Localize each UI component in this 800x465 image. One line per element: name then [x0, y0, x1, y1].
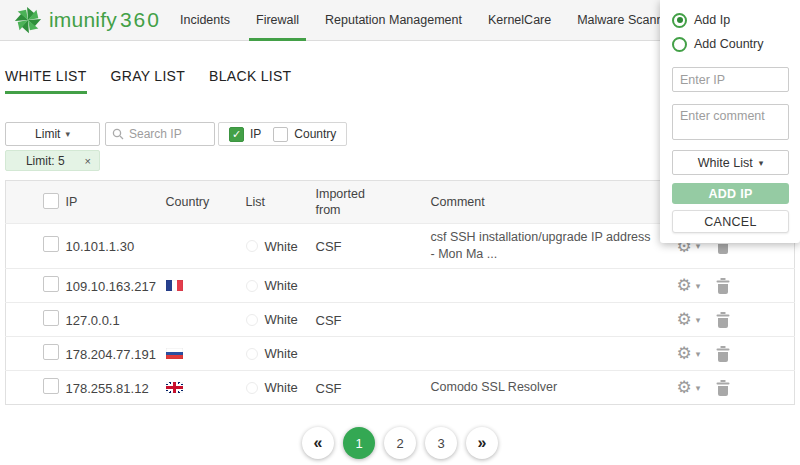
- chevron-down-icon[interactable]: ▾: [696, 349, 701, 359]
- row-list: White: [265, 278, 298, 293]
- row-ip: 127.0.0.1: [66, 313, 120, 328]
- row-ip: 178.255.81.12: [66, 381, 149, 396]
- trash-icon[interactable]: [716, 346, 730, 362]
- chevron-down-icon: ▾: [759, 158, 764, 168]
- limit-chip-label: Limit: 5: [6, 154, 85, 168]
- table-row: 127.0.0.1 White CSF ⚙▾: [6, 303, 795, 337]
- row-ip: 109.10.163.217: [66, 279, 156, 294]
- add-country-radio-label: Add Country: [694, 37, 763, 51]
- add-country-radio-row[interactable]: Add Country: [672, 34, 789, 54]
- row-list: White: [265, 380, 298, 395]
- row-ip: 10.101.1.30: [66, 239, 135, 254]
- column-header-country: Country: [166, 181, 246, 224]
- list-status-icon: [246, 382, 258, 394]
- row-checkbox[interactable]: [43, 310, 59, 326]
- ip-checkbox-label: IP: [250, 127, 261, 141]
- chevron-down-icon[interactable]: ▾: [696, 281, 701, 291]
- add-ip-submit-button[interactable]: ADD IP: [672, 183, 789, 204]
- country-flag-icon: [166, 280, 183, 291]
- column-header-comment: Comment: [431, 181, 671, 224]
- brand-name: imunify: [49, 8, 117, 32]
- column-header-list: List: [246, 181, 316, 224]
- search-box: [105, 122, 215, 146]
- radio-unselected-icon[interactable]: [672, 37, 687, 52]
- country-checkbox[interactable]: [273, 127, 288, 142]
- row-imported-from: CSF: [316, 381, 342, 396]
- search-input[interactable]: [129, 127, 208, 141]
- nav-item-incidents[interactable]: Incidents: [173, 0, 237, 40]
- search-icon: [112, 128, 124, 140]
- pagination-next-button[interactable]: »: [466, 427, 498, 459]
- row-imported-from: CSF: [316, 239, 342, 254]
- nav-item-firewall[interactable]: Firewall: [249, 0, 306, 40]
- table-row: 109.10.163.217 White ⚙▾: [6, 269, 795, 303]
- list-select-dropdown[interactable]: White List ▾: [672, 150, 789, 175]
- row-checkbox[interactable]: [43, 344, 59, 360]
- nav-item-kernelcare[interactable]: KernelCare: [481, 0, 558, 40]
- row-comment: Comodo SSL Resolver: [431, 379, 671, 396]
- row-ip: 178.204.77.191: [66, 347, 156, 362]
- gear-icon[interactable]: ⚙: [677, 345, 692, 362]
- pagination: « 1 2 3 »: [5, 427, 795, 459]
- list-status-icon: [246, 240, 258, 252]
- add-ip-panel: Add Ip Add Country White List ▾ ADD IP C…: [660, 0, 800, 243]
- enter-comment-textarea[interactable]: [672, 104, 789, 140]
- list-select-label: White List: [698, 156, 753, 170]
- limit-filter-chip: Limit: 5 ×: [5, 150, 100, 171]
- table-row: 178.255.81.12 White CSF Comodo SSL Resol…: [6, 371, 795, 405]
- enter-ip-input[interactable]: [672, 67, 789, 92]
- country-flag-icon: [166, 348, 183, 359]
- row-comment: csf SSH installation/upgrade IP address …: [431, 229, 671, 263]
- gear-icon[interactable]: ⚙: [677, 379, 692, 396]
- brand-logo[interactable]: imunify 360: [0, 0, 161, 40]
- trash-icon[interactable]: [716, 278, 730, 294]
- country-flag-icon: [166, 382, 183, 393]
- brand-suffix: 360: [120, 8, 161, 32]
- trash-icon[interactable]: [716, 312, 730, 328]
- pagination-page-1[interactable]: 1: [343, 427, 375, 459]
- pagination-prev-button[interactable]: «: [302, 427, 334, 459]
- chevron-down-icon[interactable]: ▾: [696, 315, 701, 325]
- row-checkbox[interactable]: [43, 236, 59, 252]
- pagination-page-2[interactable]: 2: [384, 427, 416, 459]
- list-status-icon: [246, 314, 258, 326]
- trash-icon[interactable]: [716, 380, 730, 396]
- row-list: White: [265, 312, 298, 327]
- tab-white-list[interactable]: WHITE LIST: [5, 68, 87, 94]
- row-checkbox[interactable]: [43, 276, 59, 292]
- row-list: White: [265, 239, 298, 254]
- chip-close-icon[interactable]: ×: [85, 155, 99, 167]
- chevron-down-icon: ▾: [65, 129, 70, 139]
- add-ip-radio-label: Add Ip: [694, 13, 730, 27]
- imunify-pinwheel-icon: [13, 5, 43, 35]
- table-row: 178.204.77.191 White ⚙▾: [6, 337, 795, 371]
- radio-selected-icon[interactable]: [672, 13, 687, 28]
- gear-icon[interactable]: ⚙: [677, 277, 692, 294]
- column-header-ip: IP: [66, 181, 166, 224]
- column-header-imported-from: Imported from: [316, 186, 371, 219]
- cancel-button[interactable]: CANCEL: [672, 210, 789, 233]
- country-flag-icon: [166, 314, 183, 325]
- gear-icon[interactable]: ⚙: [677, 311, 692, 328]
- row-imported-from: CSF: [316, 313, 342, 328]
- pagination-page-3[interactable]: 3: [425, 427, 457, 459]
- ip-checkbox[interactable]: ✓: [229, 127, 244, 142]
- list-status-icon: [246, 280, 258, 292]
- tab-gray-list[interactable]: GRAY LIST: [111, 68, 186, 94]
- tab-black-list[interactable]: BLACK LIST: [209, 68, 291, 94]
- limit-dropdown-label: Limit: [35, 127, 60, 141]
- list-status-icon: [246, 348, 258, 360]
- chevron-down-icon[interactable]: ▾: [696, 383, 701, 393]
- search-scope-group: ✓ IP Country: [218, 122, 347, 146]
- limit-dropdown-button[interactable]: Limit ▾: [5, 122, 100, 146]
- country-checkbox-label: Country: [294, 127, 336, 141]
- row-list: White: [265, 346, 298, 361]
- nav-item-reputation-management[interactable]: Reputation Management: [318, 0, 469, 40]
- row-checkbox[interactable]: [43, 378, 59, 394]
- add-ip-radio-row[interactable]: Add Ip: [672, 10, 789, 30]
- country-flag-icon: [166, 240, 183, 251]
- select-all-checkbox[interactable]: [43, 193, 59, 209]
